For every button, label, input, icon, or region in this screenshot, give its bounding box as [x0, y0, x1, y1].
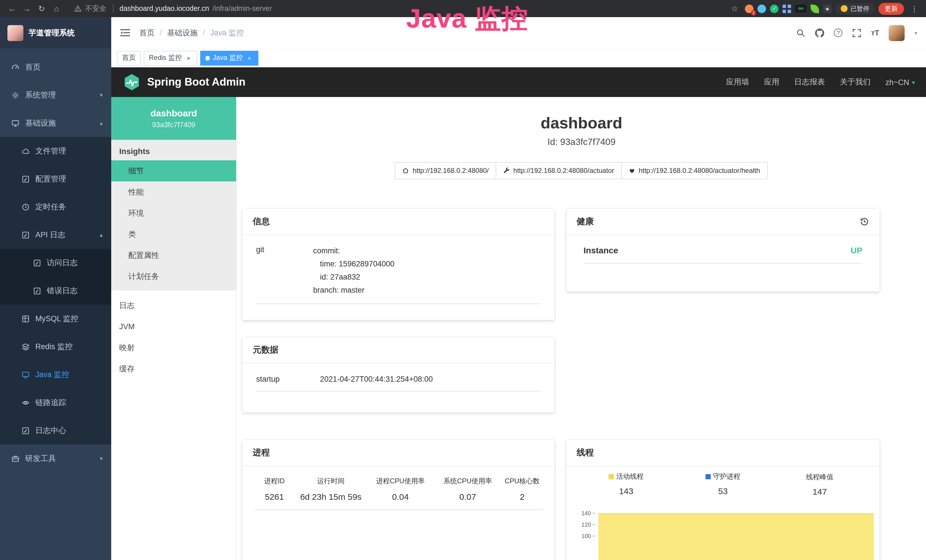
sba-root-group: 日志 JVM 映射 缓存: [111, 295, 236, 380]
sba-nav-journal[interactable]: 日志报表: [794, 77, 825, 87]
sba-item-metrics[interactable]: 性能: [111, 182, 236, 203]
sidebar-item-api-log[interactable]: API 日志 ▴: [0, 221, 111, 249]
sba-item-logfile[interactable]: 日志: [111, 295, 236, 316]
sba-nav-wallboard[interactable]: 应用墙: [726, 77, 749, 87]
link-label: http://192.168.0.2:48080/actuator/health: [639, 166, 760, 175]
extension-icon-7[interactable]: ◆: [823, 4, 832, 13]
sba-nav-applications[interactable]: 应用: [764, 77, 779, 87]
breadcrumb: 首页 / 基础设施 / Java 监控: [139, 28, 244, 38]
sidebar-item-file[interactable]: 文件管理: [0, 137, 111, 165]
edit-icon: [22, 175, 30, 183]
extension-icon-leaf[interactable]: [811, 4, 819, 13]
metadata-row-startup: startup 2021-04-27T00:44:31.254+08:00: [256, 372, 541, 391]
sidebar-item-label: 错误日志: [47, 286, 77, 296]
sba-instance-name: dashboard: [150, 108, 197, 118]
monitor-icon: [22, 371, 30, 378]
sidebar-item-config[interactable]: 配置管理: [0, 165, 111, 193]
tab-java[interactable]: Java 监控 ×: [200, 50, 258, 65]
y-tick: 100: [581, 533, 591, 539]
sidebar-item-mysql[interactable]: MySQL 监控: [0, 305, 111, 333]
sidebar-item-infra[interactable]: 基础设施 ▴: [0, 109, 111, 137]
browser-menu-icon[interactable]: ⋮: [908, 4, 921, 13]
url-path: /infra/admin-server: [212, 5, 272, 12]
update-button[interactable]: 更新: [878, 3, 904, 15]
reload-icon[interactable]: ↻: [35, 4, 48, 13]
extension-icon-1[interactable]: 1: [745, 4, 754, 13]
sidebar-item-error-log[interactable]: 错误日志: [0, 277, 111, 305]
extension-icon-2[interactable]: [758, 4, 766, 13]
sba-item-details[interactable]: 细节: [111, 160, 236, 182]
extension-icon-3[interactable]: ✓: [770, 4, 779, 13]
history-icon[interactable]: [859, 217, 869, 227]
avatar-caret-icon[interactable]: ▾: [915, 30, 917, 36]
breadcrumb-infra[interactable]: 基础设施: [167, 28, 198, 38]
sidebar-item-home[interactable]: 首页: [0, 53, 111, 81]
link-health-url[interactable]: http://192.168.0.2:48080/actuator/health: [621, 162, 767, 179]
avatar[interactable]: [889, 25, 905, 41]
sidebar-item-log-center[interactable]: 日志中心: [0, 416, 111, 445]
log-icon: [22, 231, 30, 239]
font-size-icon[interactable]: тT: [871, 29, 879, 37]
back-icon[interactable]: ←: [6, 4, 18, 13]
search-icon[interactable]: [796, 28, 805, 37]
paused-badge[interactable]: 已暂停: [835, 3, 875, 14]
bookmark-star-icon[interactable]: ☆: [728, 4, 741, 13]
sba-item-mappings[interactable]: 映射: [111, 337, 236, 358]
sidebar-item-label: MySQL 监控: [35, 313, 79, 324]
log-icon: [22, 427, 30, 434]
sba-item-scheduled[interactable]: 计划任务: [111, 266, 236, 287]
home-icon: [402, 167, 409, 174]
legend-daemon-value: 53: [675, 486, 771, 496]
sba-item-env[interactable]: 环境: [111, 203, 236, 224]
wrench-icon: [503, 167, 510, 174]
sba-item-configprops[interactable]: 配置属性: [111, 245, 236, 266]
sidebar-item-access-log[interactable]: 访问日志: [0, 249, 111, 277]
sba-nav-about[interactable]: 关于我们: [840, 77, 871, 87]
tab-home[interactable]: 首页: [117, 50, 141, 65]
sidebar-item-label: 配置管理: [35, 174, 66, 184]
sba-header: Spring Boot Admin 应用墙 应用 日志报表 关于我们 zh~CN…: [111, 67, 926, 97]
sidebar-item-trace[interactable]: 链路追踪: [0, 389, 111, 416]
sidebar-item-java[interactable]: Java 监控: [0, 360, 111, 389]
close-icon[interactable]: ×: [245, 54, 253, 61]
gear-icon: [11, 91, 20, 99]
info-key: git: [256, 244, 313, 297]
close-icon[interactable]: ×: [185, 54, 192, 61]
sidebar-item-label: 日志中心: [35, 425, 66, 436]
metadata-card: 元数据 startup 2021-04-27T00:44:31.254+08:0…: [242, 337, 554, 413]
sba-brand[interactable]: Spring Boot Admin: [123, 73, 245, 91]
card-title: 线程: [566, 440, 879, 466]
menu-fold-icon[interactable]: [120, 29, 130, 37]
log-icon: [33, 287, 41, 295]
sidebar-item-system[interactable]: 系统管理 ▾: [0, 81, 111, 109]
database-icon: [22, 315, 30, 322]
browser-home-icon[interactable]: ⌂: [50, 4, 63, 13]
link-service-url[interactable]: http://192.168.0.2:48080/: [395, 162, 496, 179]
sba-locale-select[interactable]: zh~CN ▾: [885, 78, 915, 86]
link-actuator-url[interactable]: http://192.168.0.2:48080/actuator: [496, 162, 622, 179]
clock-icon: [22, 203, 30, 211]
sba-item-jvm[interactable]: JVM: [111, 316, 236, 337]
tab-redis[interactable]: Redis 监控 ×: [144, 50, 197, 65]
logo-avatar: [8, 25, 23, 41]
help-icon[interactable]: ?: [834, 29, 843, 37]
sidebar-item-job[interactable]: 定时任务: [0, 193, 111, 221]
forward-icon[interactable]: →: [21, 4, 33, 13]
sidebar-logo[interactable]: 芋道管理系统: [0, 17, 111, 48]
table-header-row: 进程ID 运行时间 进程CPU使用率 系统CPU使用率 CPU核心数: [254, 471, 543, 490]
toolbox-icon: [11, 454, 20, 462]
fullscreen-icon[interactable]: [852, 28, 861, 37]
sba-item-classes[interactable]: 类: [111, 224, 236, 245]
sba-item-caches[interactable]: 缓存: [111, 358, 236, 380]
sidebar-item-label: Redis 监控: [35, 342, 73, 352]
address-bar[interactable]: 不安全 dashboard.yudao.iocoder.cn/infra/adm…: [74, 4, 272, 14]
sidebar-item-label: Java 监控: [35, 369, 69, 380]
sba-instance-block[interactable]: dashboard 93a3fc7f7409: [111, 97, 236, 140]
extension-icon-on[interactable]: on: [795, 5, 806, 12]
sidebar-item-devtools[interactable]: 研发工具 ▾: [0, 445, 111, 472]
breadcrumb-home[interactable]: 首页: [139, 28, 154, 38]
sidebar-item-redis[interactable]: Redis 监控: [0, 333, 111, 360]
legend-daemon: 守护进程 53: [675, 472, 771, 496]
github-icon[interactable]: [815, 28, 824, 37]
extension-icon-4[interactable]: [782, 4, 791, 13]
